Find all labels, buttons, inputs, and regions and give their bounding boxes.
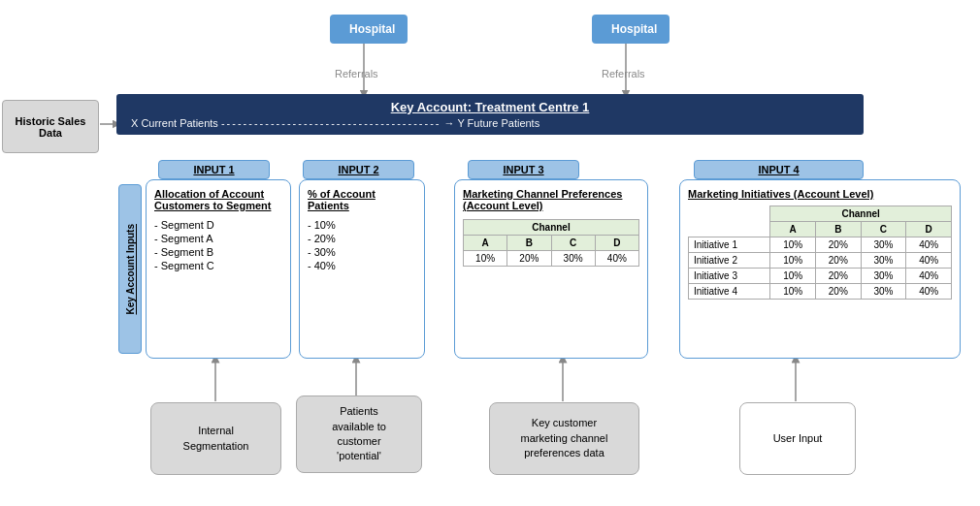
source3-label: Key customer marketing channel preferenc… xyxy=(521,416,608,460)
input4-row0-a: 10% xyxy=(770,237,816,253)
input4-row0-d: 40% xyxy=(906,237,952,253)
input4-row2-label: Initiative 3 xyxy=(689,269,770,284)
referral-label-1: Referrals xyxy=(335,68,378,79)
input1-items: - Segment D - Segment A - Segment B - Se… xyxy=(154,219,282,271)
input4-row2-a: 10% xyxy=(770,269,816,284)
input3-col-c: C xyxy=(551,236,595,251)
diagram-container: Hospital Hospital Referrals Referrals Ke… xyxy=(0,0,980,506)
key-account-inputs-label: Key Account Inputs xyxy=(118,184,142,354)
input4-row0-label: Initiative 1 xyxy=(689,237,770,253)
input2-title: % of Account Patients xyxy=(308,188,416,211)
input4-col-c: C xyxy=(861,222,906,237)
input2-items: - 10% - 20% - 30% - 40% xyxy=(308,219,416,271)
referral-label-2: Referrals xyxy=(602,68,645,79)
hospital2-box: Hospital xyxy=(592,15,670,44)
hospital1-box: Hospital xyxy=(330,15,408,44)
input4-row1-a: 10% xyxy=(770,253,816,269)
input3-label: INPUT 3 xyxy=(468,160,579,179)
input4-label: INPUT 4 xyxy=(694,160,864,179)
historic-sales-box: Historic Sales Data xyxy=(2,100,99,153)
input1-item-3: - Segment C xyxy=(154,260,282,271)
input3-title: Marketing Channel Preferences (Account L… xyxy=(463,188,639,211)
subtitle-left: X Current Patients xyxy=(131,117,218,129)
input4-row2-c: 30% xyxy=(861,269,906,284)
input3-channel-header: Channel xyxy=(464,220,639,236)
subtitle-right: Y Future Patients xyxy=(457,117,539,129)
input1-label: INPUT 1 xyxy=(158,160,270,179)
input3-panel: Marketing Channel Preferences (Account L… xyxy=(454,179,648,359)
subtitle-dashes: ---------------------------------------- xyxy=(221,117,441,129)
source-user-input: User Input xyxy=(739,402,856,475)
input4-row1-b: 20% xyxy=(815,253,861,269)
input4-title: Marketing Initiatives (Account Level) xyxy=(688,188,952,200)
subtitle-arrow: → xyxy=(444,117,455,129)
input4-col-b: B xyxy=(815,222,861,237)
input2-panel: % of Account Patients - 10% - 20% - 30% … xyxy=(299,179,425,359)
input1-item-0: - Segment D xyxy=(154,219,282,231)
input4-row1-c: 30% xyxy=(861,253,906,269)
input2-item-3: - 40% xyxy=(308,260,416,271)
input2-item-1: - 20% xyxy=(308,233,416,244)
key-account-banner: Key Account: Treatment Centre 1 X Curren… xyxy=(116,94,864,135)
historic-sales-label: Historic Sales Data xyxy=(7,115,94,139)
input4-row0-b: 20% xyxy=(815,237,861,253)
input4-panel: Marketing Initiatives (Account Level) Ch… xyxy=(679,179,961,359)
source-patients-available: Patients available to customer 'potentia… xyxy=(296,395,422,473)
input2-label: INPUT 2 xyxy=(303,160,414,179)
input3-val-c: 30% xyxy=(551,251,595,267)
input3-channel-table: Channel A B C D 10% 20% 30% 40% xyxy=(463,219,639,267)
input4-row3-a: 10% xyxy=(770,284,816,300)
input3-val-a: 10% xyxy=(464,251,507,267)
input3-val-d: 40% xyxy=(595,251,638,267)
key-account-inputs-text: Key Account Inputs xyxy=(125,224,136,315)
input4-col-a: A xyxy=(770,222,816,237)
input4-col-d: D xyxy=(906,222,952,237)
source-key-customer-marketing: Key customer marketing channel preferenc… xyxy=(489,402,639,475)
input2-item-2: - 30% xyxy=(308,246,416,258)
key-account-title: Key Account: Treatment Centre 1 xyxy=(126,100,854,114)
source4-label: User Input xyxy=(773,431,823,446)
input2-item-0: - 10% xyxy=(308,219,416,231)
input4-row0-c: 30% xyxy=(861,237,906,253)
source2-label: Patients available to customer 'potentia… xyxy=(332,404,386,464)
input3-col-a: A xyxy=(464,236,507,251)
input4-row2-d: 40% xyxy=(906,269,952,284)
input1-title: Allocation of Account Customers to Segme… xyxy=(154,188,282,211)
input3-col-b: B xyxy=(507,236,551,251)
input4-row3-d: 40% xyxy=(906,284,952,300)
input3-col-d: D xyxy=(595,236,638,251)
key-account-subtitle: X Current Patients ---------------------… xyxy=(126,117,854,129)
source-internal-segmentation: Internal Segmentation xyxy=(150,402,281,475)
input4-row3-label: Initiative 4 xyxy=(689,284,770,300)
input3-val-b: 20% xyxy=(507,251,551,267)
input4-row3-c: 30% xyxy=(861,284,906,300)
input4-row1-d: 40% xyxy=(906,253,952,269)
input1-panel: Allocation of Account Customers to Segme… xyxy=(146,179,291,359)
input4-row1-label: Initiative 2 xyxy=(689,253,770,269)
input1-item-1: - Segment A xyxy=(154,233,282,244)
input4-row2-b: 20% xyxy=(815,269,861,284)
input4-row3-b: 20% xyxy=(815,284,861,300)
input1-item-2: - Segment B xyxy=(154,246,282,258)
input4-channel-header: Channel xyxy=(770,206,952,222)
input4-channel-table: Channel A B C D Initiative 1 10% 20% 30%… xyxy=(688,206,952,300)
source1-label: Internal Segmentation xyxy=(183,424,249,454)
